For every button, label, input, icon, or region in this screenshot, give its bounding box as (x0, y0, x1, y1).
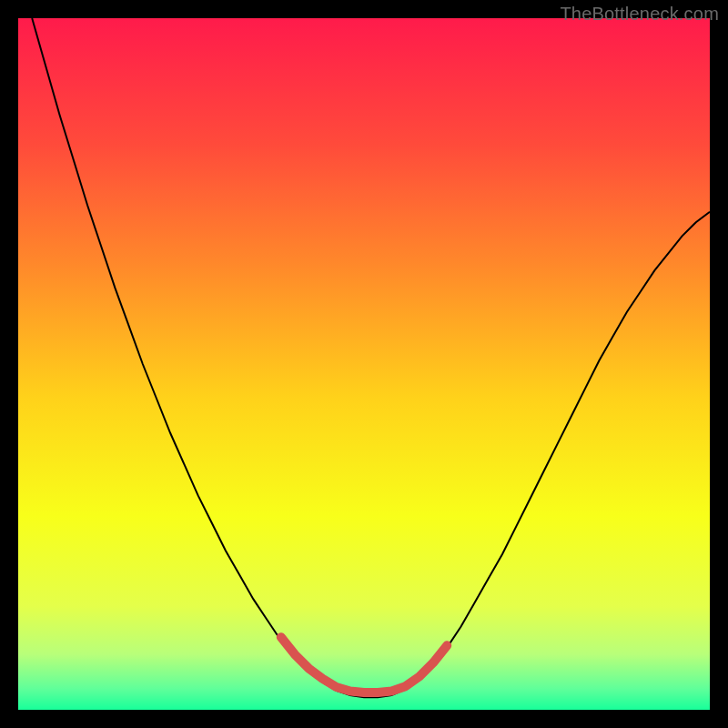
chart-svg (18, 18, 710, 710)
watermark-text: TheBottleneck.com (560, 4, 719, 25)
plot-area (18, 18, 710, 710)
chart-frame: TheBottleneck.com (0, 0, 728, 728)
gradient-background (18, 18, 710, 710)
